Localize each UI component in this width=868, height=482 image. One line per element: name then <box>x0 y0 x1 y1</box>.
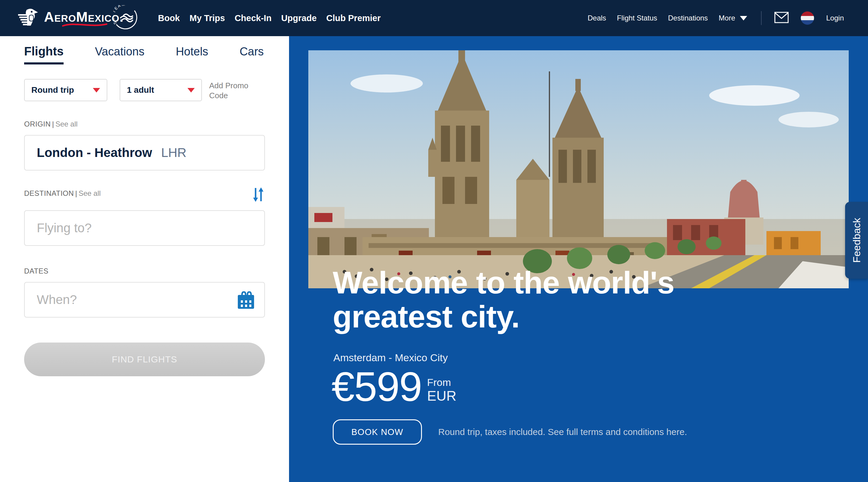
nav-club-premier[interactable]: Club Premier <box>327 13 381 23</box>
origin-airport-code: LHR <box>161 146 187 160</box>
hero-section: Welcome to the world's greatest city. Am… <box>289 36 868 482</box>
passengers-value: 1 adult <box>127 85 154 95</box>
trip-type-select[interactable]: Round trip <box>24 79 107 101</box>
nav-my-trips[interactable]: My Trips <box>190 13 225 23</box>
find-flights-button[interactable]: FIND FLIGHTS <box>24 343 265 376</box>
feedback-tab[interactable]: Feedback <box>845 202 868 279</box>
add-promo-code-link[interactable]: Add Promo Code <box>209 79 254 100</box>
aeromexico-wordmark: AeroMexico. <box>44 10 124 24</box>
nav-more[interactable]: More <box>719 14 747 22</box>
calendar-icon[interactable] <box>237 291 255 311</box>
tab-cars[interactable]: Cars <box>240 45 264 64</box>
booking-panel: Flights Vacations Hotels Cars Round trip… <box>0 36 289 482</box>
price-from-label: From <box>427 376 456 389</box>
navbar-right-cluster: Login <box>774 11 844 25</box>
mail-icon[interactable] <box>774 12 789 24</box>
nav-flight-status[interactable]: Flight Status <box>617 14 657 22</box>
destination-see-all-link[interactable]: See all <box>79 189 101 197</box>
hero-image <box>308 50 849 288</box>
origin-field[interactable]: London - Heathrow LHR <box>24 135 265 170</box>
origin-label-row: ORIGIN | See all <box>24 120 265 128</box>
swap-origin-destination-icon[interactable] <box>252 187 265 204</box>
price-qualifier: From EUR <box>427 376 456 404</box>
dates-label-row: DATES <box>24 267 265 275</box>
hero-headline: Welcome to the world's greatest city. <box>333 266 727 334</box>
terms-here-link[interactable]: here. <box>666 427 687 437</box>
tab-vacations[interactable]: Vacations <box>95 45 144 64</box>
aeromexico-eagle-icon <box>18 7 40 29</box>
hero-route: Amsterdam - Mexico City <box>333 352 448 364</box>
primary-nav: Book My Trips Check-In Upgrade Club Prem… <box>158 13 381 23</box>
hero-price: €599 From EUR <box>332 366 456 407</box>
destination-label-row: DESTINATION | See all <box>24 189 265 204</box>
nav-book[interactable]: Book <box>158 13 180 23</box>
chevron-down-icon <box>740 16 747 21</box>
dropdown-caret-icon <box>93 88 100 93</box>
nav-more-label: More <box>719 14 735 22</box>
price-amount: €599 <box>332 366 422 407</box>
dates-input[interactable] <box>24 282 265 318</box>
destination-label: DESTINATION <box>24 189 74 197</box>
nav-destinations[interactable]: Destinations <box>668 14 708 22</box>
origin-label-separator: | <box>52 120 54 128</box>
nav-upgrade[interactable]: Upgrade <box>281 13 317 23</box>
tab-flights[interactable]: Flights <box>24 44 64 64</box>
nav-deals[interactable]: Deals <box>588 14 606 22</box>
origin-see-all-link[interactable]: See all <box>56 120 78 128</box>
tab-hotels[interactable]: Hotels <box>176 45 208 64</box>
origin-label: ORIGIN <box>24 120 51 128</box>
dates-field-wrap <box>24 275 265 318</box>
trip-options-row: Round trip 1 adult Add Promo Code <box>24 79 265 101</box>
dates-label: DATES <box>24 267 49 275</box>
navbar-divider <box>761 11 762 25</box>
hero-terms: Round trip, taxes included. See full ter… <box>438 427 687 437</box>
netherlands-flag-icon[interactable] <box>801 11 814 25</box>
destination-input[interactable] <box>24 210 265 246</box>
price-currency-code: EUR <box>427 388 456 404</box>
nav-check-in[interactable]: Check-In <box>235 13 271 23</box>
origin-city-value: London - Heathrow <box>37 146 152 160</box>
dropdown-caret-icon <box>187 88 195 93</box>
passengers-select[interactable]: 1 adult <box>120 79 202 101</box>
login-button[interactable]: Login <box>826 14 844 22</box>
terms-text: Round trip, taxes included. See full ter… <box>438 427 666 437</box>
feedback-label: Feedback <box>851 218 863 263</box>
destination-label-separator: | <box>75 189 78 197</box>
hero-cta-row: BOOK NOW Round trip, taxes included. See… <box>333 419 687 445</box>
top-navbar: AeroMexico. SKYTEAM Book My Trips Check-… <box>0 0 868 36</box>
book-now-button[interactable]: BOOK NOW <box>333 419 422 445</box>
trip-type-value: Round trip <box>31 85 74 95</box>
aeromexico-logo[interactable]: AeroMexico. SKYTEAM <box>18 5 138 31</box>
secondary-nav: Deals Flight Status Destinations More <box>588 14 747 22</box>
booking-tabs: Flights Vacations Hotels Cars <box>24 44 265 64</box>
